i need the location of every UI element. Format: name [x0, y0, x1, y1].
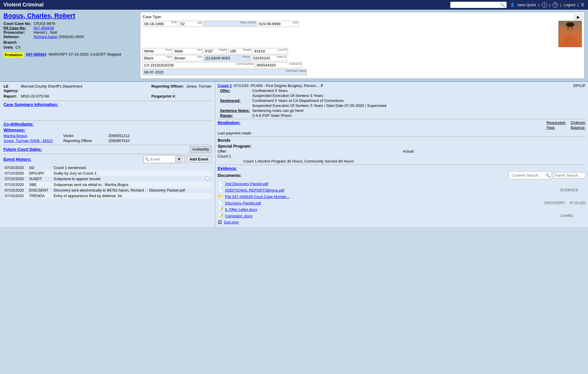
last-payment: Last payment made — [218, 131, 586, 135]
mugshot — [558, 21, 582, 47]
availability-button[interactable]: Availability — [190, 146, 212, 153]
sentenced-value-1: Confinement 5 Years at CA Department of … — [252, 98, 586, 103]
pa-case-link[interactable]: 047-450639 — [34, 26, 54, 30]
global-search-box[interactable]: 🔍 — [450, 2, 507, 8]
future-court-row: Future Court Dates: Availability — [4, 146, 212, 153]
event-search-box[interactable]: 🔍 ▼ — [143, 155, 185, 163]
le-label: LEAgency: — [4, 84, 18, 93]
doc-link[interactable]: 2nd Discovery Packet.pdf — [225, 182, 559, 186]
list-item: 📄 2nd Discovery Packet.pdf — [218, 180, 586, 187]
defendant-name[interactable]: Bogus, Charles, Robert — [4, 12, 135, 20]
content-search-box[interactable]: 🔍 — [509, 171, 552, 179]
event-desc: Guilty by Jury on Count 1. — [52, 170, 204, 176]
requested-label: Requested: — [546, 120, 566, 125]
logout-link[interactable]: Logout — [564, 3, 575, 7]
witness-list: Martha Bogus Victim 2095551212 Jones, Tu… — [4, 134, 212, 143]
eye-field: Brown Eye — [173, 55, 202, 61]
event-dropdown-button[interactable]: ▼ — [175, 156, 183, 162]
hair-field: Black Hair — [143, 55, 172, 61]
event-checkbox[interactable] — [204, 176, 212, 182]
range-label: Range: — [220, 113, 250, 118]
age-label: Age — [197, 21, 202, 24]
state-id-field: 53245243 State ID — [252, 55, 287, 61]
reporting-officer-label: Reporting Officer: — [151, 84, 184, 93]
documents-title: Documents: — [218, 173, 241, 178]
doc-link[interactable]: ADDITIONAL REPORTSBogus.pdf — [225, 188, 559, 192]
info-icon[interactable]: i — [542, 2, 547, 8]
balance-label: Balance: — [571, 125, 586, 130]
eye-label: Eye — [197, 55, 202, 58]
left-panel: LEAgency: Merced County Sheriff's Depart… — [0, 82, 215, 227]
sp-actual-value — [429, 149, 586, 153]
lic-field: CA 19191818238 Lic#/Class/Exp — [143, 62, 254, 68]
witness-name-0[interactable]: Martha Bogus — [4, 134, 62, 138]
def-status-value: 08-07-2020 — [143, 69, 307, 75]
case-summary-title[interactable]: Case Summary Information: — [4, 102, 212, 107]
restitution-section: Restitution: Requested: Ordered: Paid: B… — [218, 120, 586, 135]
toggle-button[interactable]: ▶ — [574, 14, 582, 20]
pdf-icon: 📄 — [218, 181, 223, 186]
offer-label: Offer: — [220, 88, 250, 93]
event-table: 07/15/2020 SD Count 1 sentenced. 07/15/2… — [4, 165, 212, 199]
doc-link[interactable]: IL Offer Letter.docx — [225, 207, 559, 212]
event-desc: Discovery sent electronically to 88782 A… — [52, 187, 204, 193]
bonds-title: Bonds — [218, 138, 586, 143]
name-search-box[interactable] — [553, 172, 586, 178]
witnesses-title[interactable]: Witnesses: — [4, 128, 212, 132]
event-code: SUBDT — [28, 176, 52, 182]
fingerprint-label: Fingerprint #: — [151, 94, 184, 98]
name-search-input[interactable] — [555, 173, 584, 177]
list-item: 📄 Discovery Packet.pdf DISCOVERY 07-15-2… — [218, 200, 586, 206]
help-icon[interactable]: ? — [553, 2, 558, 8]
menu-icon[interactable]: ☰ — [581, 3, 584, 7]
event-checkbox — [204, 170, 212, 176]
event-code: SBE — [28, 182, 52, 187]
image-icon: 🖼 — [218, 220, 222, 225]
age-field: 52 Age — [179, 21, 202, 27]
doc-link[interactable]: Discovery Packet.pdf — [225, 201, 543, 205]
ssn-label: SSN — [292, 21, 298, 24]
content-search-input[interactable] — [510, 172, 545, 178]
probation-case-link[interactable]: 047-450424 — [26, 52, 46, 57]
separator2: | — [549, 3, 550, 7]
federal-id-label: Federal ID — [289, 62, 301, 65]
count-row-1: Count 1 07/13/20 -PC459 - First Degree B… — [218, 83, 586, 88]
content-search-icon: 🔍 — [545, 173, 550, 178]
evidence-title[interactable]: Evidence: — [218, 166, 586, 171]
separator3: | — [560, 3, 561, 7]
prosecutor-label: Prosecutor: — [4, 30, 34, 35]
codefendants-title[interactable]: Co-defendants: — [4, 122, 212, 127]
defense-label: Defense: — [4, 35, 34, 39]
event-desc: Subpoenas sent via eMail to : Martha Bog… — [52, 182, 204, 187]
add-event-button[interactable]: Add Event — [186, 156, 212, 163]
local-id-field: 81818 Local ID — [253, 48, 288, 54]
event-history-title[interactable]: Event History: — [4, 157, 31, 162]
doc-link[interactable]: Gun.png — [224, 220, 559, 224]
count-1-link[interactable]: Count 1 — [218, 83, 232, 88]
local-id-label: Local ID — [278, 48, 287, 51]
event-date: 07/15/2020 — [4, 193, 28, 199]
list-item: 📝 Complaint .docx CHARG — [218, 213, 586, 219]
svg-point-2 — [567, 27, 569, 29]
pa-case-label: PA Case No: — [4, 26, 34, 30]
dob-label: DOB — [171, 21, 177, 24]
offer-value-2: Suspended Execution Of Sentenc 5 Years — [252, 93, 586, 98]
race-label: Race — [165, 48, 171, 51]
witness-name-1[interactable]: Jones, Turman (5408 - MSO) — [4, 139, 62, 143]
future-court-title[interactable]: Future Court Dates: — [4, 147, 42, 152]
restitution-title[interactable]: Restitution: — [218, 120, 241, 125]
event-search-input[interactable] — [151, 157, 174, 161]
event-code: DISCSENT — [28, 187, 52, 193]
doc-badge: EVIDENCE — [560, 188, 584, 192]
sentenced-value-2: Suspended Execution Of Sentenc 5 Years /… — [252, 103, 586, 108]
state-id-label: State ID — [277, 55, 286, 58]
event-code: SD — [28, 165, 52, 170]
doc-link[interactable]: File 047-450639 Court Case Numbe... — [225, 194, 559, 199]
event-date: 07/15/2020 — [4, 170, 28, 176]
defense-link[interactable]: Richard Aaron — [34, 35, 58, 39]
pdf-icon: 📄 — [218, 200, 223, 206]
doc-link[interactable]: Complaint .docx — [225, 214, 559, 218]
search-input[interactable] — [452, 3, 499, 7]
table-row: 07/15/2020 DPGJRY Guilty by Jury on Coun… — [4, 170, 212, 176]
table-row: 07/15/2020 SBE Subpoenas sent via eMail … — [4, 182, 212, 187]
